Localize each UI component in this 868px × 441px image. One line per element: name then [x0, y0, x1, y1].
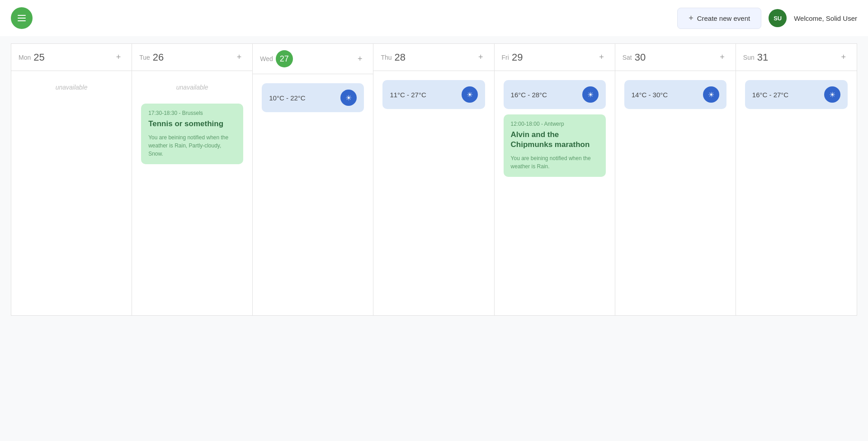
menu-button[interactable] — [11, 7, 33, 29]
calendar-container: Mon25+unavailableTue26+unavailable17:30-… — [0, 36, 868, 323]
add-event-button-fri[interactable]: + — [595, 51, 608, 64]
day-content-tue: unavailable17:30-18:30 - BrusselsTennis … — [132, 71, 252, 170]
day-header-fri: Fri29+ — [495, 44, 615, 71]
day-label-mon: Mon25 — [19, 52, 45, 63]
day-column-sun: Sun31+16°C - 27°C☀ — [736, 44, 857, 315]
event-title-fri-0: Alvin and the Chipmunks marathon — [511, 130, 599, 150]
weather-card-sat: 14°C - 30°C☀ — [624, 80, 726, 109]
day-header-tue: Tue26+ — [132, 44, 252, 71]
header: + Create new event SU Welcome, Solid Use… — [0, 0, 868, 36]
add-event-button-sun[interactable]: + — [837, 51, 849, 64]
day-content-thu: 11°C - 27°C☀ — [373, 71, 494, 114]
day-name-sat: Sat — [623, 54, 632, 61]
weather-icon-sun[interactable]: ☀ — [824, 86, 840, 103]
day-column-thu: Thu28+11°C - 27°C☀ — [373, 44, 494, 315]
event-description-tue-0: You are beining notified when the weathe… — [148, 133, 236, 158]
day-number-wed: 27 — [276, 50, 293, 67]
day-number-sat: 30 — [635, 52, 646, 63]
day-label-tue: Tue26 — [139, 52, 164, 63]
weather-temp-thu: 11°C - 27°C — [390, 91, 426, 99]
event-time-location-fri-0: 12:00-18:00 - Antwerp — [511, 121, 599, 127]
day-label-wed: Wed27 — [260, 50, 293, 67]
day-column-wed: Wed27+10°C - 22°C☀ — [253, 44, 373, 315]
weather-temp-fri: 16°C - 28°C — [511, 91, 547, 99]
day-label-fri: Fri29 — [502, 52, 523, 63]
welcome-text: Welcome, Solid User — [794, 14, 857, 22]
add-event-button-sat[interactable]: + — [716, 51, 728, 64]
weather-card-wed: 10°C - 22°C☀ — [262, 83, 364, 112]
unavailable-text-tue: unavailable — [137, 76, 247, 98]
day-content-mon: unavailable — [11, 71, 132, 104]
day-content-sat: 14°C - 30°C☀ — [615, 71, 736, 114]
weather-temp-sat: 14°C - 30°C — [632, 91, 668, 99]
day-label-thu: Thu28 — [381, 52, 406, 63]
weather-card-sun: 16°C - 27°C☀ — [745, 80, 848, 109]
create-event-label: Create new event — [697, 14, 750, 22]
calendar-grid: Mon25+unavailableTue26+unavailable17:30-… — [11, 43, 857, 316]
day-name-fri: Fri — [502, 54, 509, 61]
user-initials: SU — [774, 15, 782, 22]
day-content-fri: 16°C - 28°C☀12:00-18:00 - AntwerpAlvin a… — [495, 71, 615, 182]
create-event-button[interactable]: + Create new event — [677, 8, 761, 29]
hamburger-icon — [18, 15, 26, 21]
day-column-tue: Tue26+unavailable17:30-18:30 - BrusselsT… — [132, 44, 253, 315]
user-avatar: SU — [769, 9, 787, 27]
day-column-sat: Sat30+14°C - 30°C☀ — [615, 44, 736, 315]
day-number-mon: 25 — [33, 52, 44, 63]
event-description-fri-0: You are beining notified when the weathe… — [511, 154, 599, 171]
day-column-fri: Fri29+16°C - 28°C☀12:00-18:00 - AntwerpA… — [495, 44, 615, 315]
unavailable-text-mon: unavailable — [17, 76, 126, 98]
plus-icon: + — [689, 14, 693, 23]
add-event-button-wed[interactable]: + — [354, 52, 366, 66]
weather-temp-sun: 16°C - 27°C — [752, 91, 788, 99]
day-header-thu: Thu28+ — [373, 44, 494, 71]
day-label-sat: Sat30 — [623, 52, 646, 63]
weather-icon-thu[interactable]: ☀ — [462, 86, 478, 103]
weather-icon-sat[interactable]: ☀ — [703, 86, 719, 103]
add-event-button-thu[interactable]: + — [475, 51, 487, 64]
day-name-mon: Mon — [19, 54, 31, 61]
day-column-mon: Mon25+unavailable — [11, 44, 132, 315]
weather-card-fri: 16°C - 28°C☀ — [504, 80, 606, 109]
day-name-tue: Tue — [139, 54, 150, 61]
weather-icon-fri[interactable]: ☀ — [582, 86, 599, 103]
event-card-fri-0[interactable]: 12:00-18:00 - AntwerpAlvin and the Chipm… — [504, 114, 606, 177]
add-event-button-tue[interactable]: + — [233, 51, 245, 64]
day-number-thu: 28 — [395, 52, 406, 63]
day-header-sun: Sun31+ — [736, 44, 857, 71]
day-content-wed: 10°C - 22°C☀ — [253, 74, 373, 118]
day-header-sat: Sat30+ — [615, 44, 736, 71]
weather-temp-wed: 10°C - 22°C — [269, 94, 305, 102]
day-header-mon: Mon25+ — [11, 44, 132, 71]
event-card-tue-0[interactable]: 17:30-18:30 - BrusselsTennis or somethin… — [141, 104, 243, 164]
day-header-wed: Wed27+ — [253, 44, 373, 74]
day-name-wed: Wed — [260, 55, 273, 62]
event-title-tue-0: Tennis or something — [148, 119, 236, 129]
event-time-location-tue-0: 17:30-18:30 - Brussels — [148, 110, 236, 116]
day-number-tue: 26 — [153, 52, 164, 63]
weather-icon-wed[interactable]: ☀ — [340, 90, 357, 106]
day-content-sun: 16°C - 27°C☀ — [736, 71, 857, 114]
header-right: + Create new event SU Welcome, Solid Use… — [677, 8, 857, 29]
day-number-sun: 31 — [757, 52, 768, 63]
day-name-thu: Thu — [381, 54, 392, 61]
day-number-fri: 29 — [512, 52, 523, 63]
weather-card-thu: 11°C - 27°C☀ — [382, 80, 485, 109]
day-label-sun: Sun31 — [743, 52, 768, 63]
add-event-button-mon[interactable]: + — [113, 51, 125, 64]
day-name-sun: Sun — [743, 54, 755, 61]
